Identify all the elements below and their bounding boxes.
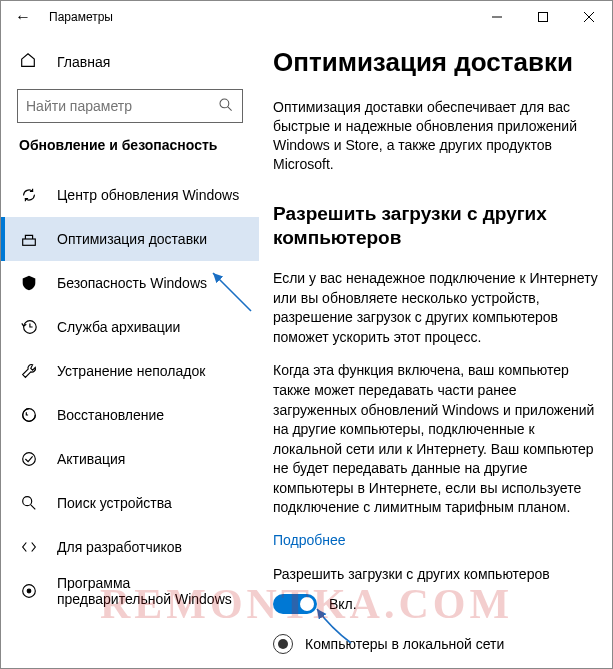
window-controls — [474, 1, 612, 33]
svg-point-4 — [220, 99, 229, 108]
svg-point-9 — [23, 453, 36, 466]
toggle-caption: Разрешить загрузки с других компьютеров — [273, 566, 598, 582]
intro-text: Оптимизация доставки обеспечивает для ва… — [273, 98, 598, 174]
recovery-icon — [19, 405, 39, 425]
page-title: Оптимизация доставки — [273, 47, 598, 78]
allow-downloads-toggle[interactable] — [273, 594, 317, 614]
nav-label: Центр обновления Windows — [39, 187, 239, 203]
maximize-button[interactable] — [520, 1, 566, 33]
section-title: Разрешить загрузки с других компьютеров — [273, 202, 598, 251]
toggle-state: Вкл. — [317, 596, 357, 612]
nav-item-activation[interactable]: Активация — [1, 437, 259, 481]
radio-label: Компьютеры в локальной сети — [293, 636, 504, 652]
wrench-icon — [19, 361, 39, 381]
paragraph-1: Если у вас ненадежное подключение к Инте… — [273, 269, 598, 347]
svg-point-13 — [27, 589, 31, 593]
nav-label: Устранение неполадок — [39, 363, 205, 379]
nav-label: Оптимизация доставки — [39, 231, 207, 247]
nav-label: Активация — [39, 451, 125, 467]
svg-point-10 — [23, 497, 32, 506]
nav-item-delivery-optimization[interactable]: Оптимизация доставки — [1, 217, 259, 261]
find-icon — [19, 493, 39, 513]
home-link[interactable]: Главная — [1, 43, 259, 89]
nav-label: Восстановление — [39, 407, 164, 423]
shield-icon — [19, 273, 39, 293]
nav-item-find-device[interactable]: Поиск устройства — [1, 481, 259, 525]
main-panel: Оптимизация доставки Оптимизация доставк… — [259, 33, 612, 668]
nav-label: Безопасность Windows — [39, 275, 207, 291]
nav-label: Служба архивации — [39, 319, 180, 335]
check-icon — [19, 449, 39, 469]
home-label: Главная — [39, 54, 110, 70]
nav-label: Программа предварительной Windows — [39, 575, 241, 607]
nav-item-windows-update[interactable]: Центр обновления Windows — [1, 173, 259, 217]
nav-item-backup[interactable]: Служба архивации — [1, 305, 259, 349]
code-icon — [19, 537, 39, 557]
svg-line-11 — [31, 505, 36, 510]
sync-icon — [19, 185, 39, 205]
radio-icon — [273, 634, 293, 654]
search-input[interactable] — [26, 98, 218, 114]
close-button[interactable] — [566, 1, 612, 33]
minimize-button[interactable] — [474, 1, 520, 33]
sidebar: Главная Обновление и безопасность Центр … — [1, 33, 259, 668]
nav-item-for-developers[interactable]: Для разработчиков — [1, 525, 259, 569]
nav-item-windows-security[interactable]: Безопасность Windows — [1, 261, 259, 305]
svg-line-5 — [228, 106, 232, 110]
history-icon — [19, 317, 39, 337]
svg-rect-6 — [23, 239, 36, 245]
paragraph-2: Когда эта функция включена, ваш компьюте… — [273, 361, 598, 518]
title-bar: ← Параметры — [1, 1, 612, 33]
nav-item-insider[interactable]: Программа предварительной Windows — [1, 569, 259, 613]
section-header: Обновление и безопасность — [1, 137, 259, 173]
home-icon — [19, 51, 39, 73]
nav-item-recovery[interactable]: Восстановление — [1, 393, 259, 437]
radio-local-network[interactable]: Компьютеры в локальной сети — [273, 634, 598, 654]
insider-icon — [19, 581, 39, 601]
learn-more-link[interactable]: Подробнее — [273, 532, 598, 548]
svg-rect-1 — [539, 13, 548, 22]
window-title: Параметры — [37, 10, 113, 24]
nav-item-troubleshoot[interactable]: Устранение неполадок — [1, 349, 259, 393]
search-icon — [218, 97, 234, 116]
nav-label: Для разработчиков — [39, 539, 182, 555]
delivery-icon — [19, 229, 39, 249]
nav-label: Поиск устройства — [39, 495, 172, 511]
search-box[interactable] — [17, 89, 243, 123]
back-button[interactable]: ← — [9, 8, 37, 26]
